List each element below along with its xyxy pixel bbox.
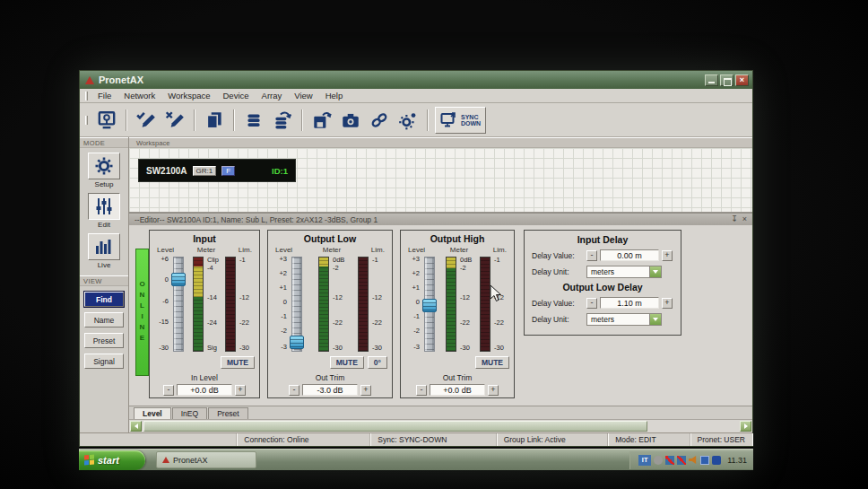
view-button-preset[interactable]: Preset xyxy=(84,333,124,348)
tab-ineq[interactable]: InEQ xyxy=(172,407,207,419)
language-indicator[interactable]: IT xyxy=(638,455,651,466)
trim-decrement-button[interactable]: - xyxy=(163,385,174,396)
delay-decrement-button[interactable]: - xyxy=(586,298,597,309)
menu-device[interactable]: Device xyxy=(218,90,255,101)
mode-button-setup[interactable]: Setup xyxy=(84,153,124,188)
tab-preset[interactable]: Preset xyxy=(208,407,248,419)
device-manager-button[interactable] xyxy=(94,108,119,133)
monitor-app-icon[interactable] xyxy=(700,456,709,465)
view-button-signal[interactable]: Signal xyxy=(84,354,124,369)
mode-button-live[interactable]: Live xyxy=(84,233,124,269)
delay-unit-select[interactable]: meters xyxy=(586,266,662,278)
chevron-down-icon[interactable] xyxy=(649,314,661,325)
connect-button[interactable] xyxy=(241,108,266,133)
disconnect-button[interactable] xyxy=(270,108,295,133)
edit-cancel-button[interactable] xyxy=(162,108,187,133)
stack-open-icon xyxy=(272,109,293,131)
delay-value-label: Delay Value: xyxy=(532,299,584,308)
workspace-tab[interactable]: Workspace xyxy=(129,137,752,148)
scale-label: -22 xyxy=(239,319,249,327)
link-button[interactable] xyxy=(367,108,392,133)
sliders-icon xyxy=(88,193,120,220)
trim-decrement-button[interactable]: - xyxy=(289,385,299,396)
copy-button[interactable] xyxy=(202,108,227,133)
mode-header: MODE xyxy=(80,137,128,148)
app-icon[interactable] xyxy=(712,456,721,465)
mute-button[interactable]: MUTE xyxy=(330,356,364,369)
mode-rail: MODE Setup xyxy=(80,137,129,432)
scroll-right-icon[interactable] xyxy=(740,421,751,432)
pin-icon[interactable]: ↧ xyxy=(731,215,738,223)
view-header: VIEW xyxy=(80,275,128,286)
delay-value-field[interactable]: 1.10 m xyxy=(600,297,659,309)
menu-help[interactable]: Help xyxy=(320,90,349,101)
close-button[interactable]: × xyxy=(735,74,749,86)
slider-thumb[interactable] xyxy=(290,336,304,349)
trim-decrement-button[interactable]: - xyxy=(416,385,427,396)
menu-network[interactable]: Network xyxy=(118,90,161,101)
slider-thumb[interactable] xyxy=(171,273,186,286)
trim-value-field[interactable]: +0.0 dB xyxy=(177,384,232,396)
trim-value-field[interactable]: -3.0 dB xyxy=(302,384,358,396)
trim-value-field[interactable]: +0.0 dB xyxy=(430,384,485,396)
edit-confirm-button[interactable] xyxy=(134,108,159,133)
mute-button[interactable]: MUTE xyxy=(221,356,255,369)
scale-label: -14 xyxy=(207,293,217,301)
delay-decrement-button[interactable]: - xyxy=(586,250,597,261)
status-circle-icon[interactable] xyxy=(654,456,663,465)
view-button-name[interactable]: Name xyxy=(84,312,124,327)
header-lim: Lim. xyxy=(493,246,507,254)
header-meter: Meter xyxy=(450,246,468,254)
editor-body: ONLINE Input Level Meter Lim. +60-6-15-3… xyxy=(129,225,752,406)
level-slider[interactable] xyxy=(291,257,302,352)
mode-button-edit[interactable]: Edit xyxy=(84,193,124,229)
minimize-button[interactable] xyxy=(705,74,718,86)
scale-label: -12 xyxy=(372,293,382,301)
delay-unit-value: meters xyxy=(587,314,649,325)
scale-label: -22 xyxy=(460,319,470,327)
restore-button[interactable] xyxy=(720,74,733,86)
menu-workspace[interactable]: Workspace xyxy=(162,90,215,101)
volume-icon[interactable] xyxy=(689,456,698,465)
mute-button[interactable]: MUTE xyxy=(475,356,509,369)
snapshot-button[interactable] xyxy=(338,108,363,133)
store-button[interactable] xyxy=(309,108,334,133)
tab-level[interactable]: Level xyxy=(134,407,171,419)
settings-button[interactable] xyxy=(395,108,421,133)
level-slider[interactable] xyxy=(173,257,184,352)
start-button[interactable]: start xyxy=(79,450,145,470)
trim-increment-button[interactable]: + xyxy=(235,385,246,396)
view-button-find[interactable]: Find xyxy=(84,292,124,307)
menu-array[interactable]: Array xyxy=(256,90,288,101)
device-flag-button[interactable]: F xyxy=(221,166,235,176)
menu-view[interactable]: View xyxy=(289,90,317,101)
delay-increment-button[interactable]: + xyxy=(662,298,673,309)
device-group-button[interactable]: GR:1 xyxy=(193,166,217,176)
device-block[interactable]: SW2100A GR:1 F ID:1 xyxy=(138,159,296,182)
scroll-left-icon[interactable] xyxy=(130,421,142,432)
delay-increment-button[interactable]: + xyxy=(662,250,673,261)
trim-increment-button[interactable]: + xyxy=(488,385,499,396)
sync-down-button[interactable]: SYNC DOWN xyxy=(435,107,486,134)
delay-value-field[interactable]: 0.00 m xyxy=(600,249,659,261)
horizontal-scrollbar[interactable] xyxy=(129,419,752,432)
scale-label: -24 xyxy=(207,319,217,327)
window-title: PronetAX xyxy=(99,74,143,85)
trim-increment-button[interactable]: + xyxy=(360,385,371,396)
menu-file[interactable]: File xyxy=(92,90,117,101)
level-scale: +60-6-15-30 xyxy=(156,257,169,352)
taskbar-item-pronetax[interactable]: PronetAX xyxy=(156,451,256,468)
titlebar[interactable]: PronetAX × xyxy=(80,71,752,89)
mode-label-edit: Edit xyxy=(84,221,124,229)
workspace-grid[interactable]: SW2100A GR:1 F ID:1 xyxy=(129,148,752,213)
scale-label: -12 xyxy=(460,293,470,301)
editor-close-icon[interactable]: × xyxy=(742,215,747,223)
network-disconnected-icon[interactable] xyxy=(665,456,674,465)
delay-unit-select[interactable]: meters xyxy=(586,313,662,326)
phase-button[interactable]: 0° xyxy=(368,356,387,369)
network-disconnected-icon[interactable] xyxy=(677,456,686,465)
scrollbar-thumb[interactable] xyxy=(143,421,647,432)
level-slider[interactable] xyxy=(424,257,435,352)
chevron-down-icon[interactable] xyxy=(649,266,661,277)
slider-thumb[interactable] xyxy=(422,299,437,312)
